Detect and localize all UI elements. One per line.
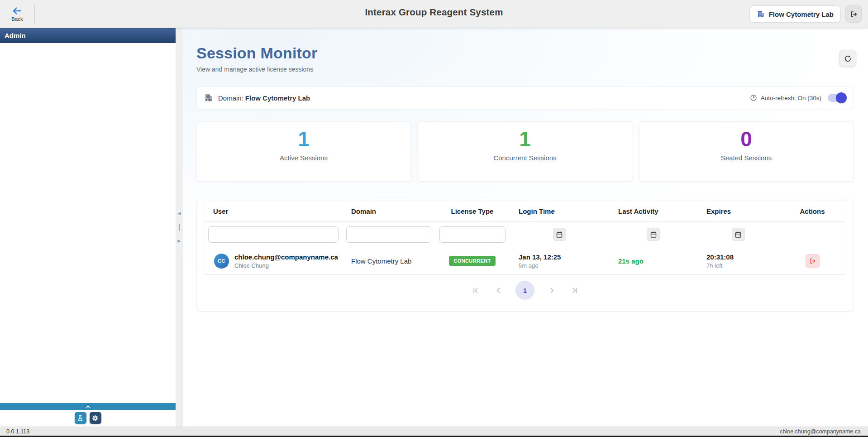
concurrent-sessions-label: Concurrent Sessions [493,154,556,162]
seated-sessions-value: 0 [740,127,752,151]
logout-button[interactable] [845,5,862,23]
domain-selector-button[interactable]: Flow Cytometry Lab [749,5,841,23]
expires-cell: 20:31:08 7h left [697,253,779,269]
expires-left: 7h left [706,262,779,269]
pagination-prev-button[interactable] [493,285,504,296]
last-page-icon [571,287,578,294]
last-activity-filter-button[interactable] [647,228,660,241]
expires-filter-button[interactable] [732,228,745,241]
settings-button[interactable] [90,412,101,424]
user-name: Chloe Chung [234,262,338,269]
last-activity: 21s ago [618,257,644,265]
seated-sessions-label: Seated Sessions [721,154,772,162]
login-time: Jan 13, 12:25 [519,253,609,261]
domain-value: Flow Cytometry Lab [245,94,310,102]
refresh-icon [844,55,852,62]
pagination-first-button[interactable] [470,285,481,296]
sessions-table: User Domain License Type Login Time Last… [204,201,846,275]
expires-time: 20:31:08 [706,253,779,261]
active-sessions-value: 1 [298,127,310,151]
pagination-next-button[interactable] [546,285,557,296]
gear-icon [92,415,99,422]
license-type-badge: CONCURRENT [449,256,495,266]
sidebar-collapse-bar[interactable] [0,403,176,410]
page-subtitle: View and manage active license sessions [196,66,854,73]
main-content: Session Monitor View and manage active l… [183,28,868,427]
building-icon [204,93,213,102]
table-header-row: User Domain License Type Login Time Last… [204,201,846,222]
login-time-filter-button[interactable] [553,228,566,241]
end-session-button[interactable] [806,254,820,268]
column-header-last-activity: Last Activity [609,207,697,215]
status-bar: 0.0.1.113 chloe.chung@companyname.ca [0,427,868,437]
active-sessions-label: Active Sessions [280,154,328,162]
license-type-filter-input[interactable] [439,226,506,243]
column-header-login-time: Login Time [510,207,609,215]
calendar-icon [650,231,657,238]
pagination-last-button[interactable] [569,285,580,296]
domain-selector-label: Flow Cytometry Lab [769,10,834,18]
domain-label: Domain:Flow Cytometry Lab [218,94,310,102]
column-header-user: User [204,207,342,215]
pagination: 1 [204,281,846,300]
column-header-domain: Domain [342,207,435,215]
sessions-table-card: User Domain License Type Login Time Last… [196,199,854,312]
clock-icon [750,94,757,101]
calendar-icon [556,231,563,238]
column-header-license-type: License Type [435,207,510,215]
status-user-email: chloe.chung@companyname.ca [780,428,861,435]
prev-page-icon [495,287,502,294]
login-time-cell: Jan 13, 12:25 5m ago [510,253,609,269]
session-row: CC chloe.chung@companyname.ca Chloe Chun… [204,247,846,274]
top-bar: Back Interax Group Reagent System Flow C… [0,0,868,28]
collapse-left-icon[interactable]: ◀ [178,211,181,216]
chevron-up-icon [85,404,91,409]
session-domain: Flow Cytometry Lab [342,257,435,265]
stat-card-seated-sessions: 0 Seated Sessions [639,121,854,182]
sidebar-resize-gutter: ◀ ▶ [176,28,183,427]
table-filter-row [204,222,846,247]
logout-icon [850,10,858,18]
sign-out-icon [809,258,816,264]
app-title: Interax Group Reagent System [0,7,868,18]
stat-card-active-sessions: 1 Active Sessions [196,121,411,182]
avatar: CC [214,254,229,269]
page-title: Session Monitor [196,44,854,62]
user-filter-input[interactable] [208,226,339,243]
refresh-button[interactable] [839,50,856,67]
next-page-icon [548,287,556,294]
toggle-knob [836,92,847,103]
pagination-current-page[interactable]: 1 [515,281,534,300]
domain-info-bar: Domain:Flow Cytometry Lab Auto-refresh: … [196,86,854,109]
column-header-actions: Actions [779,207,846,215]
stat-card-concurrent-sessions: 1 Concurrent Sessions [418,121,632,182]
login-time-ago: 5m ago [519,262,609,269]
first-page-icon [472,287,480,294]
flask-icon [77,415,84,422]
auto-refresh-toggle[interactable] [828,94,846,102]
version-number: 0.0.1.113 [6,428,29,435]
collapse-right-icon[interactable]: ▶ [178,239,181,243]
sidebar: Admin [0,28,176,427]
user-email: chloe.chung@companyname.ca [234,253,338,261]
calendar-icon [734,231,742,238]
auto-refresh-label: Auto-refresh: On (30s) [761,95,821,101]
user-cell: CC chloe.chung@companyname.ca Chloe Chun… [204,253,342,269]
sidebar-header-admin: Admin [0,28,176,43]
concurrent-sessions-value: 1 [519,127,531,151]
lab-flask-button[interactable] [75,412,86,424]
column-header-expires: Expires [697,207,779,215]
building-icon [757,10,765,18]
domain-filter-input[interactable] [346,226,431,243]
resize-handle-icon[interactable] [179,224,180,231]
